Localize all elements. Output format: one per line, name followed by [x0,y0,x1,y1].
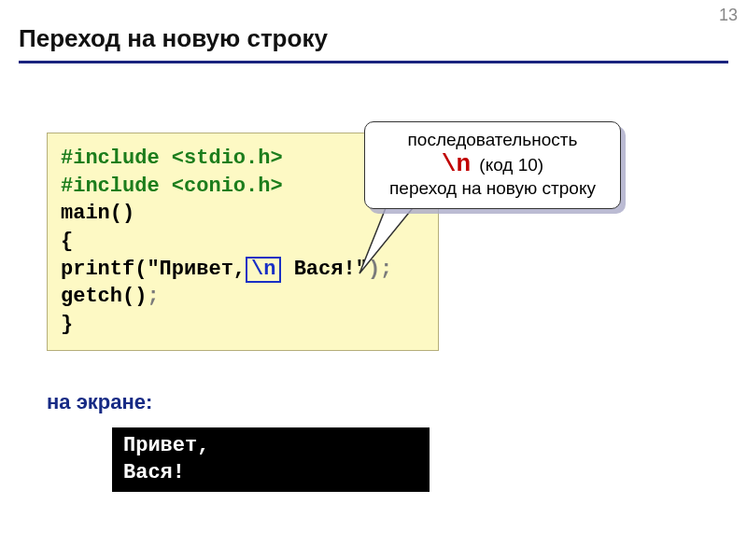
printf-call: printf( [61,258,147,281]
printf-terminator: ); [368,258,392,281]
slide-body: #include <stdio.h> #include <conio.h> ma… [19,73,728,558]
include-header: <conio.h> [172,175,283,198]
getch-call: getch() [61,285,147,308]
slide-title: Переход на новую строку [0,0,747,61]
console-output: Привет, Вася! [112,427,430,492]
semicolon: ; [147,285,159,308]
callout-line: переход на новую строку [374,178,611,199]
code-brace: } [61,311,425,339]
callout-box: последовательность \n (код 10) переход н… [364,121,621,209]
code-printf-line: printf("Привет,\n Вася!"); [61,256,425,284]
page-number: 13 [719,6,738,25]
include-header: <stdio.h> [172,147,283,170]
escape-sequence-box: \n [246,257,281,283]
callout-escape-line: \n (код 10) [374,150,611,178]
title-divider [19,61,728,63]
code-getch-line: getch(); [61,283,425,311]
printf-string-part: "Привет, [147,258,246,281]
include-directive: #include [61,175,172,198]
code-brace: { [61,228,425,256]
screen-label: на экране: [47,390,152,414]
printf-string-part: Вася!" [281,258,367,281]
include-directive: #include [61,147,172,170]
callout-code-note: (код 10) [479,155,543,175]
callout-escape: \n [442,150,474,178]
callout-line: последовательность [374,130,611,150]
